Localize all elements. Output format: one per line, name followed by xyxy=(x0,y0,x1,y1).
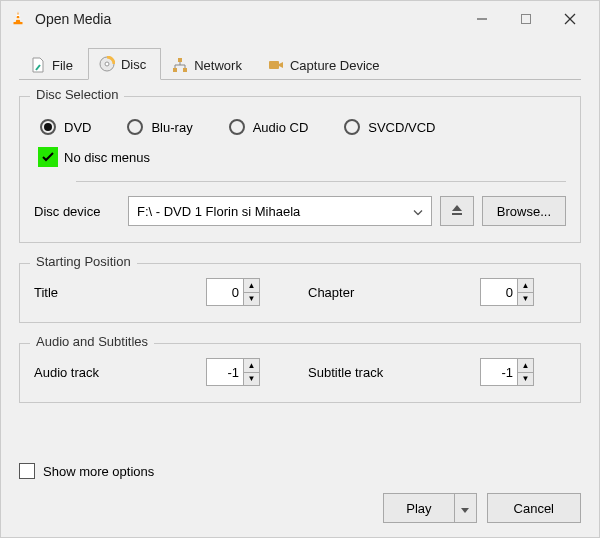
disc-device-value: F:\ - DVD 1 Florin si Mihaela xyxy=(137,204,300,219)
tab-disc[interactable]: Disc xyxy=(88,48,161,80)
subtitle-track-value: -1 xyxy=(481,359,517,385)
network-icon xyxy=(172,57,188,73)
audio-subtitles-legend: Audio and Subtitles xyxy=(30,334,154,349)
radio-svcd-label: SVCD/VCD xyxy=(368,120,435,135)
arrow-down-icon[interactable]: ▼ xyxy=(244,293,259,306)
no-disc-menus-checkbox[interactable] xyxy=(38,147,58,167)
svg-rect-1 xyxy=(17,15,20,17)
radio-audiocd[interactable]: Audio CD xyxy=(229,119,309,135)
disc-icon xyxy=(99,56,115,72)
title-value: 0 xyxy=(207,279,243,305)
radio-button-icon xyxy=(127,119,143,135)
starting-position-legend: Starting Position xyxy=(30,254,137,269)
subtitle-track-spinner[interactable]: -1 ▲▼ xyxy=(480,358,534,386)
chevron-down-icon xyxy=(413,204,423,219)
arrow-up-icon[interactable]: ▲ xyxy=(518,279,533,293)
svg-point-8 xyxy=(105,62,109,66)
starting-position-row: Title 0 ▲▼ Chapter 0 ▲▼ xyxy=(34,278,566,306)
eject-button[interactable] xyxy=(440,196,474,226)
svg-rect-0 xyxy=(14,22,23,24)
no-disc-menus-label: No disc menus xyxy=(64,150,150,165)
titlebar: Open Media xyxy=(1,1,599,37)
svg-rect-11 xyxy=(183,68,187,72)
radio-dvd[interactable]: DVD xyxy=(40,119,91,135)
show-more-label: Show more options xyxy=(43,464,154,479)
radio-button-icon xyxy=(40,119,56,135)
radio-bluray[interactable]: Blu-ray xyxy=(127,119,192,135)
cancel-button[interactable]: Cancel xyxy=(487,493,581,523)
tab-capture[interactable]: Capture Device xyxy=(257,49,395,80)
play-dropdown-button[interactable] xyxy=(455,493,477,523)
disc-selection-group: Disc Selection DVD Blu-ray Audio CD SVCD… xyxy=(19,96,581,243)
divider xyxy=(76,181,566,182)
radio-dvd-label: DVD xyxy=(64,120,91,135)
disc-device-row: Disc device F:\ - DVD 1 Florin si Mihael… xyxy=(34,196,566,226)
browse-label: Browse... xyxy=(497,204,551,219)
maximize-button[interactable] xyxy=(513,6,539,32)
svg-rect-10 xyxy=(173,68,177,72)
play-button-group: Play xyxy=(383,493,476,523)
no-disc-menus-row: No disc menus xyxy=(34,139,566,171)
title-spinner[interactable]: 0 ▲▼ xyxy=(206,278,260,306)
tab-network[interactable]: Network xyxy=(161,49,257,80)
svg-rect-9 xyxy=(178,58,182,62)
radio-bluray-label: Blu-ray xyxy=(151,120,192,135)
svg-rect-4 xyxy=(522,15,531,24)
minimize-button[interactable] xyxy=(469,6,495,32)
tab-capture-label: Capture Device xyxy=(290,58,380,73)
window-controls xyxy=(469,6,591,32)
arrow-up-icon[interactable]: ▲ xyxy=(244,359,259,373)
spinner-arrows: ▲▼ xyxy=(517,279,533,305)
tab-disc-label: Disc xyxy=(121,57,146,72)
chapter-value: 0 xyxy=(481,279,517,305)
footer: Show more options Play Cancel xyxy=(1,455,599,537)
browse-button[interactable]: Browse... xyxy=(482,196,566,226)
check-icon xyxy=(41,150,55,164)
audio-subtitles-group: Audio and Subtitles Audio track -1 ▲▼ Su… xyxy=(19,343,581,403)
subtitle-track-label: Subtitle track xyxy=(308,365,468,380)
tab-file[interactable]: File xyxy=(19,49,88,80)
arrow-down-icon[interactable]: ▼ xyxy=(518,293,533,306)
tabs: File Disc Network Capture Device xyxy=(19,47,581,80)
disc-device-label: Disc device xyxy=(34,204,120,219)
tab-network-label: Network xyxy=(194,58,242,73)
spinner-arrows: ▲▼ xyxy=(243,279,259,305)
audio-track-spinner[interactable]: -1 ▲▼ xyxy=(206,358,260,386)
caret-down-icon xyxy=(461,501,469,516)
capture-icon xyxy=(268,57,284,73)
audio-track-label: Audio track xyxy=(34,365,194,380)
tab-content: Disc Selection DVD Blu-ray Audio CD SVCD… xyxy=(1,80,599,455)
audio-track-value: -1 xyxy=(207,359,243,385)
action-buttons: Play Cancel xyxy=(19,493,581,523)
play-button[interactable]: Play xyxy=(383,493,454,523)
spinner-arrows: ▲▼ xyxy=(517,359,533,385)
close-button[interactable] xyxy=(557,6,583,32)
file-icon xyxy=(30,57,46,73)
arrow-up-icon[interactable]: ▲ xyxy=(244,279,259,293)
chapter-spinner[interactable]: 0 ▲▼ xyxy=(480,278,534,306)
radio-audiocd-label: Audio CD xyxy=(253,120,309,135)
show-more-checkbox[interactable] xyxy=(19,463,35,479)
play-label: Play xyxy=(406,501,431,516)
svg-rect-12 xyxy=(269,61,279,69)
svg-rect-13 xyxy=(452,213,462,215)
disc-device-select[interactable]: F:\ - DVD 1 Florin si Mihaela xyxy=(128,196,432,226)
radio-button-icon xyxy=(229,119,245,135)
arrow-down-icon[interactable]: ▼ xyxy=(244,373,259,386)
tab-file-label: File xyxy=(52,58,73,73)
window-title: Open Media xyxy=(35,11,469,27)
spinner-arrows: ▲▼ xyxy=(243,359,259,385)
svg-rect-2 xyxy=(16,18,21,20)
radio-svcd[interactable]: SVCD/VCD xyxy=(344,119,435,135)
chapter-label: Chapter xyxy=(308,285,468,300)
disc-type-radios: DVD Blu-ray Audio CD SVCD/VCD xyxy=(34,111,566,139)
open-media-window: Open Media File Disc Network Capture Dev xyxy=(0,0,600,538)
starting-position-group: Starting Position Title 0 ▲▼ Chapter 0 ▲… xyxy=(19,263,581,323)
arrow-down-icon[interactable]: ▼ xyxy=(518,373,533,386)
vlc-cone-icon xyxy=(9,10,27,28)
disc-selection-legend: Disc Selection xyxy=(30,87,124,102)
eject-icon xyxy=(450,203,464,220)
show-more-options-row: Show more options xyxy=(19,463,581,479)
audio-subtitles-row: Audio track -1 ▲▼ Subtitle track -1 ▲▼ xyxy=(34,358,566,386)
arrow-up-icon[interactable]: ▲ xyxy=(518,359,533,373)
